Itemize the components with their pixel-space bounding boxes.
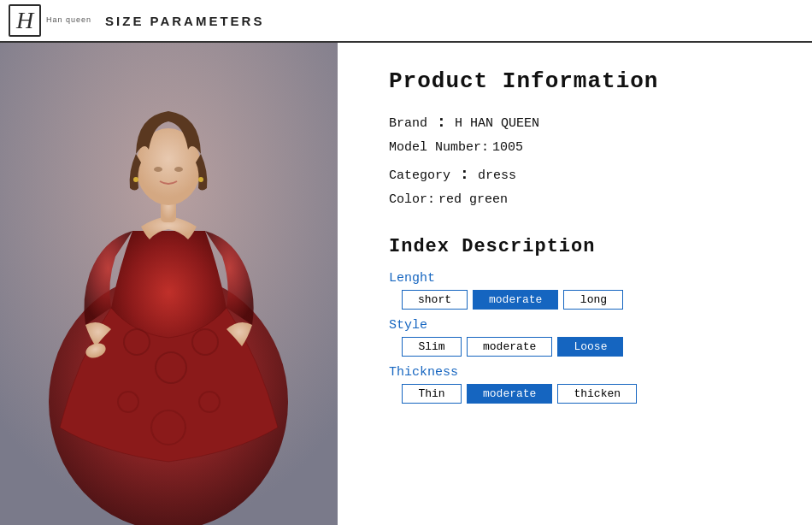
brand-row: Brand ： H HAN QUEEN bbox=[389, 111, 778, 132]
model-label: Model Number: bbox=[389, 140, 489, 155]
svg-point-12 bbox=[133, 177, 138, 182]
category-row: Category ： dress bbox=[389, 163, 778, 184]
svg-point-10 bbox=[154, 167, 162, 172]
style-label: Style bbox=[389, 318, 778, 333]
product-title: Product Information bbox=[389, 68, 778, 94]
product-image bbox=[0, 43, 338, 525]
style-options: SlimmoderateLoose bbox=[389, 337, 778, 357]
category-value: dress bbox=[478, 168, 516, 183]
length-option-short[interactable]: short bbox=[402, 290, 468, 310]
model-row: Model Number: 1005 bbox=[389, 140, 778, 155]
thickness-options: Thinmoderatethicken bbox=[389, 384, 778, 404]
color-label: Color: bbox=[389, 192, 435, 207]
index-title: Index Description bbox=[389, 236, 778, 257]
info-panel: Product Information Brand ： H HAN QUEEN … bbox=[338, 43, 812, 525]
main-content: Product Information Brand ： H HAN QUEEN … bbox=[0, 43, 812, 525]
model-value: 1005 bbox=[492, 140, 523, 155]
thickness-option-moderate[interactable]: moderate bbox=[467, 384, 552, 404]
index-section-length: Lenghtshortmoderatelong bbox=[389, 271, 778, 310]
style-option-slim[interactable]: Slim bbox=[402, 337, 462, 357]
brand-colon: ： bbox=[433, 111, 449, 132]
index-sections: LenghtshortmoderatelongStyleSlimmoderate… bbox=[389, 271, 778, 404]
thickness-label: Thickness bbox=[389, 365, 778, 380]
brand-label: Brand bbox=[389, 116, 427, 131]
length-option-moderate[interactable]: moderate bbox=[473, 290, 558, 310]
length-options: shortmoderatelong bbox=[389, 290, 778, 310]
svg-point-11 bbox=[174, 167, 183, 172]
page-title: SIZE PARAMETERS bbox=[105, 14, 264, 28]
dress-silhouette bbox=[0, 43, 338, 525]
color-value: red green bbox=[438, 192, 508, 207]
logo-subtext: Han queen bbox=[46, 15, 91, 26]
svg-point-13 bbox=[198, 177, 203, 182]
length-option-long[interactable]: long bbox=[563, 290, 623, 310]
header: H Han queen SIZE PARAMETERS bbox=[0, 0, 812, 43]
logo-area: H Han queen bbox=[9, 4, 91, 37]
index-section-style: StyleSlimmoderateLoose bbox=[389, 318, 778, 357]
logo-icon: H bbox=[9, 4, 41, 37]
length-label: Lenght bbox=[389, 271, 778, 286]
color-row: Color: red green bbox=[389, 192, 778, 207]
index-section-thickness: ThicknessThinmoderatethicken bbox=[389, 365, 778, 404]
style-option-loose[interactable]: Loose bbox=[557, 337, 623, 357]
category-label: Category bbox=[389, 168, 450, 183]
product-image-panel bbox=[0, 43, 338, 525]
brand-value: H HAN QUEEN bbox=[455, 116, 539, 131]
thickness-option-thicken[interactable]: thicken bbox=[557, 384, 637, 404]
thickness-option-thin[interactable]: Thin bbox=[402, 384, 462, 404]
category-colon: ： bbox=[456, 163, 472, 184]
style-option-moderate[interactable]: moderate bbox=[467, 337, 552, 357]
